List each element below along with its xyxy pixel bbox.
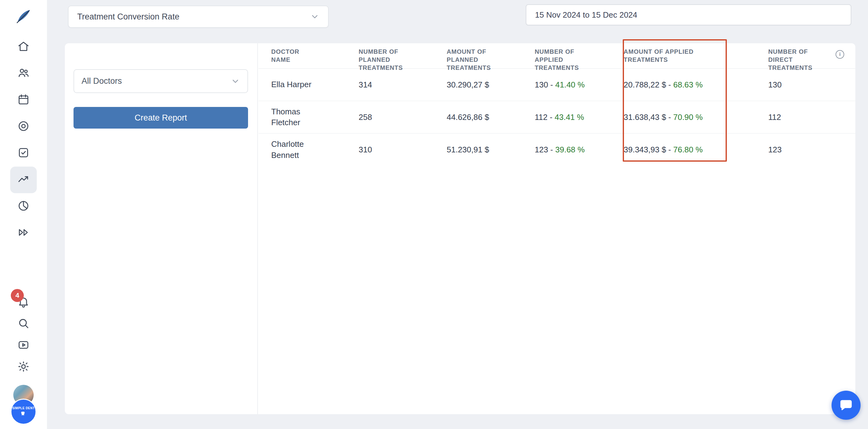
filter-panel: All Doctors Create Report [65,43,258,414]
chevron-down-icon [231,77,240,86]
planned-count-cell: 314 [359,80,447,90]
info-icon[interactable]: i [836,50,844,59]
pie-chart-icon [17,200,30,213]
fast-forward-icon [17,226,30,240]
planned-count-cell: 310 [359,145,447,154]
planned-amount-cell: 30.290,27 $ [447,80,535,90]
planned-count-cell: 258 [359,113,447,122]
settings-button[interactable] [13,356,34,378]
sidebar-item-home[interactable] [10,34,37,60]
report-table: DOCTOR NAME NUMBER OF PLANNED TREATMENTS… [258,43,855,414]
support-icon [17,120,30,134]
home-icon [17,40,30,54]
sidebar-item-patients[interactable] [10,60,37,87]
applied-count-cell: 130 - 41.40 % [535,80,624,90]
video-tutorials-button[interactable] [13,335,34,356]
sidebar-item-statistics[interactable] [10,193,37,220]
video-tutorials-icon [17,339,30,352]
date-range-value: 15 Nov 2024 to 15 Dec 2024 [535,10,637,20]
chat-bubble-icon [839,398,853,412]
applied-count-pct: 41.40 % [555,80,585,89]
column-header-applied-count: NUMBER OF APPLIED TREATMENTS [535,48,592,72]
reports-trend-icon [17,173,30,187]
applied-amount: 39.343,93 $ - [624,145,673,154]
patients-icon [17,67,30,80]
table-row: Charlotte Bennett 310 51.230,91 $ 123 - … [258,134,855,166]
sidebar-item-tasks[interactable] [10,140,37,167]
sidebar: 4 SIMPLE DENT [0,0,47,429]
table-row: Thomas Fletcher 258 44.626,86 $ 112 - 43… [258,101,855,134]
applied-amount-cell: 20.788,22 $ - 68.63 % [624,80,768,90]
doctor-filter-value: All Doctors [82,76,122,86]
applied-amount: 31.638,43 $ - [624,113,673,122]
doctor-name-cell: Thomas Fletcher [271,106,327,128]
brand-badge-label: SIMPLE DENT [12,406,35,410]
column-header-doctor-name: DOCTOR NAME [271,48,305,72]
tooth-icon [20,410,27,417]
search-button[interactable] [13,313,34,335]
column-header-planned-amount: AMOUNT OF PLANNED TREATMENTS [447,48,504,72]
report-card: All Doctors Create Report DOCTOR NAME NU… [65,43,855,414]
table-header-row: DOCTOR NAME NUMBER OF PLANNED TREATMENTS… [258,43,855,68]
report-type-select[interactable]: Treatment Conversion Rate [68,5,329,28]
notifications-button[interactable]: 4 [13,291,34,313]
applied-count-pct: 39.68 % [555,145,585,154]
direct-count-cell: 130 [768,80,855,90]
column-header-direct-count: NUMBER OF DIRECT TREATMENTS [768,48,825,72]
applied-count-pct: 43.41 % [555,113,584,122]
applied-amount-cell: 39.343,93 $ - 76.80 % [624,145,768,154]
report-type-value: Treatment Conversion Rate [77,12,180,22]
calendar-icon [17,93,30,107]
column-header-applied-amount: AMOUNT OF APPLIED TREATMENTS [624,48,698,72]
chat-launcher-button[interactable] [832,391,861,420]
sidebar-item-support[interactable] [10,113,37,140]
applied-count: 112 - [535,113,555,122]
applied-amount-cell: 31.638,43 $ - 70.90 % [624,113,768,122]
sidebar-item-calendar[interactable] [10,87,37,113]
chevron-down-icon [310,12,319,21]
direct-count-cell: 112 [768,113,855,122]
doctor-name-cell: Ella Harper [271,79,327,90]
sidebar-utility-group: 4 [13,291,34,405]
brand-chat-badge[interactable]: SIMPLE DENT [10,399,36,425]
applied-count-cell: 112 - 43.41 % [535,113,624,122]
notifications-count-badge: 4 [11,289,24,302]
applied-amount: 20.788,22 $ - [624,80,673,89]
create-report-button[interactable]: Create Report [73,107,248,128]
app-logo-feather-icon[interactable] [14,6,32,27]
tasks-checkbox-icon [17,146,30,160]
search-icon [17,317,30,331]
topbar: Treatment Conversion Rate 15 Nov 2024 to… [47,0,868,43]
sidebar-item-shortcuts[interactable] [10,220,37,246]
applied-amount-pct: 68.63 % [673,80,703,89]
applied-amount-pct: 76.80 % [673,145,703,154]
gear-icon [17,361,30,374]
sidebar-item-reports[interactable] [10,167,37,193]
applied-count-cell: 123 - 39.68 % [535,145,624,154]
planned-amount-cell: 51.230,91 $ [447,145,535,154]
column-header-planned-count: NUMBER OF PLANNED TREATMENTS [359,48,416,72]
sidebar-nav [10,34,37,246]
applied-count: 123 - [535,145,555,154]
direct-count-cell: 123 [768,145,855,154]
table-row: Ella Harper 314 30.290,27 $ 130 - 41.40 … [258,68,855,101]
planned-amount-cell: 44.626,86 $ [447,113,535,122]
doctor-filter-select[interactable]: All Doctors [73,69,248,93]
applied-amount-pct: 70.90 % [673,113,703,122]
doctor-name-cell: Charlotte Bennett [271,139,327,161]
applied-count: 130 - [535,80,555,89]
date-range-input[interactable]: 15 Nov 2024 to 15 Dec 2024 [526,4,851,25]
